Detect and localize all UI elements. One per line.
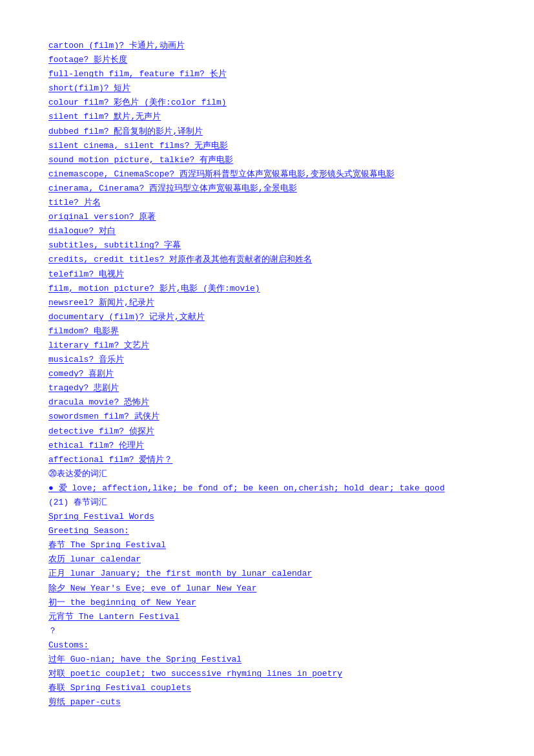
line-documentary[interactable]: documentary (film)? 记录片,文献片 <box>48 310 486 324</box>
line-original[interactable]: original version? 原著 <box>48 210 486 224</box>
line-subtitles[interactable]: subtitles, subtitling? 字幕 <box>48 238 486 253</box>
line-question-mark: ？ <box>48 624 486 638</box>
line-short[interactable]: short(film)? 短片 <box>48 81 486 96</box>
line-greeting-season[interactable]: Greeting Season: <box>48 524 486 538</box>
line-spring-festival-couplets[interactable]: 春联 Spring Festival couplets <box>48 681 486 695</box>
line-paper-cuts[interactable]: 剪纸 paper-cuts <box>48 695 486 709</box>
line-footage[interactable]: footage? 影片长度 <box>48 53 486 67</box>
line-spring-festival-words[interactable]: Spring Festival Words <box>48 510 486 524</box>
line-poetic-couplet[interactable]: 对联 poetic couplet; two successive rhymin… <box>48 667 486 681</box>
line-sowordsmen[interactable]: sowordsmen film? 武侠片 <box>48 410 486 424</box>
line-cinerama[interactable]: cinerama, Cinerama? 西涅拉玛型立体声宽银幕电影,全景电影 <box>48 182 486 196</box>
line-lunar-january[interactable]: 正月 lunar January; the first month by lun… <box>48 567 486 581</box>
line-spring-festival[interactable]: 春节 The Spring Festival <box>48 538 486 552</box>
line-title[interactable]: title? 片名 <box>48 196 486 210</box>
line-customs[interactable]: Customs: <box>48 638 486 653</box>
line-guo-nian[interactable]: 过年 Guo-nian; have the Spring Festival <box>48 653 486 667</box>
line-lantern-festival[interactable]: 元宵节 The Lantern Festival <box>48 610 486 624</box>
line-credits[interactable]: credits, credit titles? 对原作者及其他有贡献者的谢启和姓… <box>48 253 486 267</box>
line-beginning-new-year[interactable]: 初一 the beginning of New Year <box>48 596 486 610</box>
line-comedy[interactable]: comedy? 喜剧片 <box>48 367 486 381</box>
line-cartoon[interactable]: cartoon (film)? 卡通片,动画片 <box>48 39 486 53</box>
line-dubbed[interactable]: dubbed film? 配音复制的影片,译制片 <box>48 125 486 139</box>
line-newsreel[interactable]: newsreel? 新闻片,纪录片 <box>48 296 486 310</box>
line-telefilm[interactable]: telefilm? 电视片 <box>48 268 486 282</box>
line-cinemascope[interactable]: cinemascope, CinemaScope? 西涅玛斯科普型立体声宽银幕电… <box>48 167 486 182</box>
line-musicals[interactable]: musicals? 音乐片 <box>48 353 486 367</box>
line-dialogue[interactable]: dialogue? 对白 <box>48 224 486 238</box>
line-literary[interactable]: literary film? 文艺片 <box>48 339 486 353</box>
line-ethical[interactable]: ethical film? 伦理片 <box>48 439 486 453</box>
line-silent[interactable]: silent film? 默片,无声片 <box>48 110 486 124</box>
line-love[interactable]: ● 爱 love; affection,like; be fond of; be… <box>48 481 486 496</box>
line-detective[interactable]: detective film? 侦探片 <box>48 425 486 439</box>
line-tragedy[interactable]: tragedy? 悲剧片 <box>48 381 486 395</box>
line-spring-festival-heading: (21) 春节词汇 <box>48 496 486 510</box>
line-sound[interactable]: sound motion picture, talkie? 有声电影 <box>48 153 486 167</box>
line-affectional[interactable]: affectional film? 爱情片？ <box>48 453 486 467</box>
line-film[interactable]: film, motion picture? 影片,电影 (美作:movie) <box>48 282 486 296</box>
content-container: cartoon (film)? 卡通片,动画片 footage? 影片长度 fu… <box>48 39 486 709</box>
line-colour[interactable]: colour film? 彩色片 (美作:color film) <box>48 96 486 110</box>
line-lunar-calendar[interactable]: 农历 lunar calendar <box>48 552 486 567</box>
line-filmdom[interactable]: filmdom? 电影界 <box>48 324 486 339</box>
line-express-love: ⑳表达爱的词汇 <box>48 467 486 481</box>
line-dracula[interactable]: dracula movie? 恐怖片 <box>48 395 486 410</box>
line-new-years-eve[interactable]: 除夕 New Year's Eve; eve of lunar New Year <box>48 582 486 596</box>
line-fulllength[interactable]: full-length film, feature film? 长片 <box>48 67 486 81</box>
line-silentcinema[interactable]: silent cinema, silent films? 无声电影 <box>48 139 486 153</box>
